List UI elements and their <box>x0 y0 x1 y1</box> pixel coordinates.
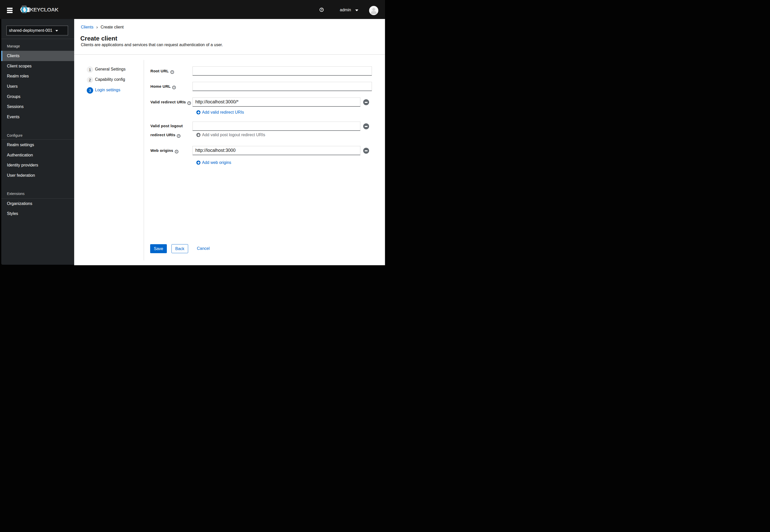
svg-text:KEYCLOAK: KEYCLOAK <box>30 7 58 13</box>
